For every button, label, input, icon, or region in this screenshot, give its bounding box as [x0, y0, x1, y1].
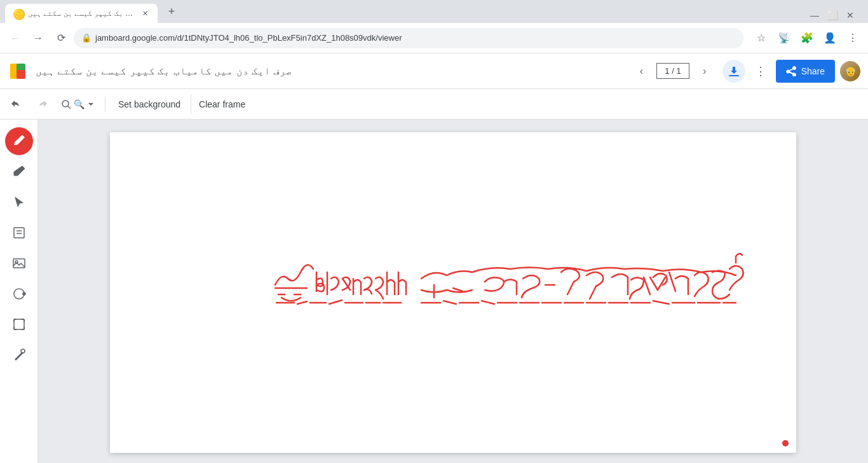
side-toolbar	[0, 120, 38, 463]
textbox-tool[interactable]	[5, 310, 33, 338]
svg-rect-10	[13, 259, 25, 268]
undo-button[interactable]	[5, 93, 28, 116]
url-text: jamboard.google.com/d/1tDNtyJTO4_lh06_tl…	[95, 33, 736, 43]
svg-point-13	[23, 293, 25, 295]
reload-button[interactable]: ⟳	[51, 28, 71, 48]
laser-pointer-tool[interactable]	[5, 341, 33, 369]
tab-close-button[interactable]: ✕	[140, 8, 150, 18]
sticky-note-tool[interactable]	[5, 219, 33, 247]
toolbar: 🔍 Set background Clear frame	[0, 89, 868, 120]
eraser-tool[interactable]	[5, 158, 33, 186]
share-label: Share	[801, 66, 825, 76]
browser-frame: 🟡 صرف ایک دن میں کامیاب بک کیپر کیسے بن …	[0, 0, 868, 463]
jamboard-logo	[8, 61, 28, 81]
lock-icon: 🔒	[81, 33, 92, 43]
page-navigation: ‹ 1 / 1 ›	[631, 61, 714, 81]
minimize-button[interactable]: —	[807, 8, 822, 23]
menu-button[interactable]: ⋮	[843, 28, 863, 48]
shape-tool[interactable]	[5, 280, 33, 308]
extensions-button[interactable]: 🧩	[797, 28, 817, 48]
address-bar: ← → ⟳ 🔒 jamboard.google.com/d/1tDNtyJTO4…	[0, 23, 868, 53]
new-tab-button[interactable]: +	[163, 3, 180, 20]
header-actions: ⋮ Share 👴	[722, 60, 860, 83]
whiteboard	[110, 132, 796, 453]
cursor-dot	[782, 440, 789, 446]
next-page-button[interactable]: ›	[695, 61, 715, 81]
forward-button[interactable]: →	[28, 28, 48, 48]
profile-icon[interactable]: 👤	[820, 28, 840, 48]
svg-rect-3	[17, 70, 25, 79]
zoom-icon-label: 🔍	[74, 99, 85, 109]
page-indicator: 1 / 1	[656, 63, 689, 79]
address-right-actions: ☆ 📡 🧩 👤 ⋮	[751, 28, 863, 48]
svg-line-6	[68, 106, 71, 109]
save-button[interactable]	[722, 60, 745, 83]
svg-rect-7	[14, 228, 24, 238]
bookmark-button[interactable]: ☆	[751, 28, 771, 48]
share-button[interactable]: Share	[776, 60, 835, 83]
pen-tool[interactable]	[5, 127, 33, 155]
zoom-control[interactable]: 🔍	[56, 94, 100, 114]
user-avatar[interactable]: 👴	[840, 61, 860, 81]
drawing-canvas	[110, 132, 796, 450]
prev-page-button[interactable]: ‹	[631, 61, 651, 81]
toolbar-separator-1	[105, 97, 105, 112]
url-bar[interactable]: 🔒 jamboard.google.com/d/1tDNtyJTO4_lh06_…	[74, 28, 743, 48]
browser-controls: — ⬜ ✕	[807, 8, 863, 23]
app-title: صرف ایک دن میں کامیاب بک کیپر کیسے بن سک…	[36, 66, 292, 77]
maximize-button[interactable]: ⬜	[825, 8, 840, 23]
active-tab[interactable]: 🟡 صرف ایک دن میں کامیاب بک کیپر کیسے بن …	[5, 4, 158, 23]
tab-bar: 🟡 صرف ایک دن میں کامیاب بک کیپر کیسے بن …	[0, 0, 868, 23]
svg-rect-4	[729, 75, 739, 76]
image-tool[interactable]	[5, 249, 33, 277]
svg-point-5	[62, 100, 69, 107]
clear-frame-button[interactable]: Clear frame	[191, 94, 253, 114]
set-background-button[interactable]: Set background	[111, 94, 188, 114]
more-options-button[interactable]: ⋮	[750, 61, 771, 81]
close-button[interactable]: ✕	[843, 8, 858, 23]
svg-rect-14	[14, 319, 24, 329]
tab-title: صرف ایک دن میں کامیاب بک کیپر کیسے بن سک…	[28, 9, 135, 18]
app-header: صرف ایک دن میں کامیاب بک کیپر کیسے بن سک…	[0, 53, 868, 89]
redo-button[interactable]	[31, 93, 53, 116]
select-tool[interactable]	[5, 188, 33, 216]
cast-button[interactable]: 📡	[774, 28, 794, 48]
back-button[interactable]: ←	[5, 28, 25, 48]
canvas-area[interactable]	[38, 120, 868, 463]
main-area	[0, 120, 868, 463]
tab-favicon: 🟡	[13, 8, 23, 18]
